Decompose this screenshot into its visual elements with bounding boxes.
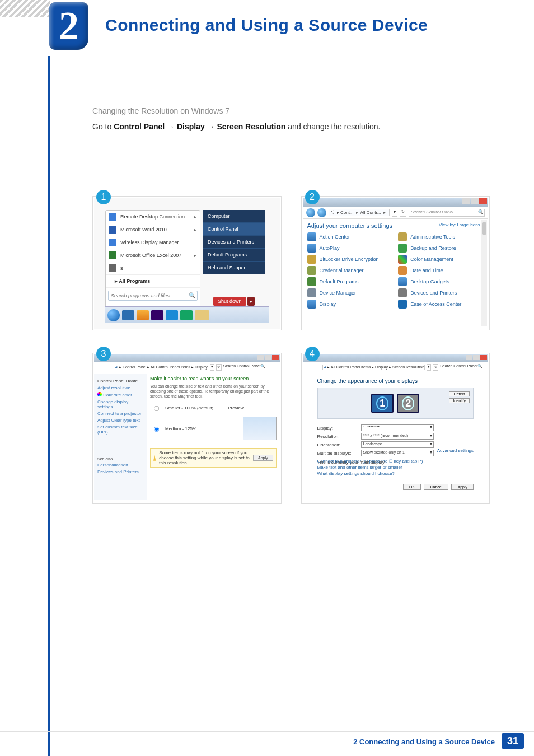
start-item-rdc[interactable]: Remote Desktop Connection▸ bbox=[106, 211, 200, 223]
view-by[interactable]: View by: Large icons ▾ bbox=[439, 222, 484, 229]
taskbar-item[interactable] bbox=[137, 310, 149, 320]
start-search-input[interactable] bbox=[108, 291, 198, 301]
cancel-button[interactable]: Cancel bbox=[424, 484, 448, 490]
refresh-icon[interactable]: ↻ bbox=[433, 364, 438, 371]
cp-item-autoplay[interactable]: AutoPlay bbox=[307, 244, 393, 253]
cp-item-admin-tools[interactable]: Administrative Tools bbox=[398, 232, 484, 241]
start-all-programs[interactable]: ▸ All Programs bbox=[106, 275, 200, 288]
dropdown-icon[interactable]: ▾ bbox=[210, 364, 214, 371]
taskbar-item[interactable] bbox=[122, 310, 134, 320]
taskbar-item[interactable] bbox=[166, 310, 178, 320]
close-icon[interactable] bbox=[272, 355, 279, 360]
nav-change-display[interactable]: Change display settings bbox=[97, 399, 144, 409]
chapter-title: Connecting and Using a Source Device bbox=[105, 16, 428, 35]
minimize-icon[interactable] bbox=[257, 355, 264, 360]
cp-item-device-manager[interactable]: Device Manager bbox=[307, 288, 393, 297]
search-input[interactable]: Search Control Panel🔍 bbox=[223, 364, 266, 371]
window-titlebar bbox=[303, 354, 489, 362]
nav-back-icon[interactable] bbox=[97, 364, 104, 371]
nav-fwd-icon[interactable] bbox=[105, 364, 112, 371]
cp-items-grid: Action Center Administrative Tools AutoP… bbox=[303, 232, 489, 312]
nav-fwd-icon[interactable] bbox=[317, 208, 326, 217]
link-projector[interactable]: Connect to a projector (or press the ⊞ k… bbox=[317, 459, 474, 464]
monitor-2[interactable]: 2 bbox=[397, 394, 419, 413]
start-item-excel[interactable]: Microsoft Office Excel 2007▸ bbox=[106, 249, 200, 262]
maximize-icon[interactable] bbox=[471, 198, 479, 204]
cp-item-color[interactable]: Color Management bbox=[398, 255, 484, 264]
nav-back-icon[interactable] bbox=[306, 208, 315, 217]
scrollbar-thumb[interactable] bbox=[482, 222, 486, 235]
resolution-select[interactable]: **** x **** (recommended) bbox=[361, 433, 434, 440]
scrollbar[interactable] bbox=[481, 220, 487, 326]
nav-adjust-res[interactable]: Adjust resolution bbox=[97, 385, 144, 390]
taskbar-item[interactable] bbox=[195, 310, 209, 320]
nav-projector[interactable]: Connect to a projector bbox=[97, 411, 144, 416]
dropdown-icon[interactable]: ▾ bbox=[392, 209, 397, 217]
nav-calibrate[interactable]: Calibrate color bbox=[97, 392, 144, 398]
breadcrumb[interactable]: 🛡 ▸ Cont... ▸ All Contr... ▸ bbox=[329, 209, 390, 216]
start-right-default-programs[interactable]: Default Programs bbox=[203, 249, 265, 262]
monitor-1[interactable]: 1 bbox=[371, 394, 394, 413]
nav-back-icon[interactable] bbox=[306, 364, 312, 371]
cp-item-display[interactable]: Display bbox=[307, 300, 393, 309]
nav-devices-printers[interactable]: Devices and Printers bbox=[97, 469, 144, 474]
start-item-sticky[interactable]: s bbox=[106, 262, 200, 275]
nav-fwd-icon[interactable] bbox=[314, 364, 321, 371]
detect-button[interactable]: Detect bbox=[449, 391, 470, 396]
breadcrumb[interactable]: 🖥 ▸ Control Panel ▸ All Control Panel It… bbox=[114, 365, 208, 370]
nav-personalization[interactable]: Personalization bbox=[97, 463, 144, 468]
link-what-settings[interactable]: What display settings should I choose? bbox=[317, 471, 474, 476]
cp-item-ease-of-access[interactable]: Ease of Access Center bbox=[398, 300, 484, 309]
apply-button[interactable]: Apply bbox=[253, 455, 273, 461]
cp-item-date-time[interactable]: Date and Time bbox=[398, 266, 484, 275]
shutdown-button[interactable]: Shut down ▸ bbox=[203, 297, 265, 306]
size-option-100[interactable]: Smaller - 100% (default) Preview bbox=[150, 403, 277, 412]
start-right-devices-printers[interactable]: Devices and Printers bbox=[203, 236, 265, 249]
search-input[interactable]: Search Control Panel🔍 bbox=[409, 209, 485, 217]
link-larger-smaller[interactable]: Make text and other items larger or smal… bbox=[317, 465, 474, 470]
start-right-control-panel[interactable]: Control Panel bbox=[203, 223, 265, 236]
orientation-label: Orientation: bbox=[317, 442, 357, 447]
ok-button[interactable]: OK bbox=[403, 484, 421, 490]
apply-button[interactable]: Apply bbox=[451, 484, 474, 490]
cp-item-gadgets[interactable]: Desktop Gadgets bbox=[398, 277, 484, 286]
start-item-word[interactable]: Microsoft Word 2010▸ bbox=[106, 223, 200, 236]
refresh-icon[interactable]: ↻ bbox=[400, 209, 406, 217]
radio-125[interactable] bbox=[154, 427, 159, 432]
breadcrumb[interactable]: 🖥 ▸ All Control Panel Items ▸ Display ▸ … bbox=[322, 365, 425, 370]
multiple-select[interactable]: Show desktop only on 1 bbox=[361, 450, 434, 456]
close-icon[interactable] bbox=[479, 198, 487, 204]
size-option-125[interactable]: Medium - 125% bbox=[150, 417, 277, 440]
maximize-icon[interactable] bbox=[473, 355, 480, 360]
maximize-icon[interactable] bbox=[265, 355, 271, 360]
cp-item-credential[interactable]: Credential Manager bbox=[307, 266, 393, 275]
minimize-icon[interactable] bbox=[466, 355, 472, 360]
step-number-3: 3 bbox=[96, 347, 111, 361]
start-orb-icon[interactable] bbox=[107, 309, 120, 321]
window-titlebar bbox=[303, 198, 489, 207]
identify-button[interactable]: Identify bbox=[449, 398, 470, 403]
cp-item-action-center[interactable]: Action Center bbox=[307, 232, 393, 241]
start-item-wdm[interactable]: Wireless Display Manager bbox=[106, 236, 200, 249]
cp-item-backup[interactable]: Backup and Restore bbox=[398, 244, 484, 253]
nav-cleartype[interactable]: Adjust ClearType text bbox=[97, 418, 144, 423]
close-icon[interactable] bbox=[480, 355, 487, 360]
taskbar-item[interactable] bbox=[151, 310, 163, 320]
search-input[interactable]: Search Control Panel🔍 bbox=[440, 364, 483, 371]
cp-item-devices-printers[interactable]: Devices and Printers bbox=[398, 288, 484, 297]
step-number-4: 4 bbox=[305, 347, 320, 361]
orientation-select[interactable]: Landscape bbox=[361, 441, 434, 448]
device-icon bbox=[307, 288, 316, 297]
cp-item-bitlocker[interactable]: BitLocker Drive Encryption bbox=[307, 255, 393, 264]
start-right-computer[interactable]: Computer bbox=[203, 210, 265, 223]
dropdown-icon[interactable]: ▾ bbox=[427, 364, 431, 371]
nav-custom-dpi[interactable]: Set custom text size (DPI) bbox=[97, 424, 144, 435]
start-right-help-support[interactable]: Help and Support bbox=[203, 262, 265, 274]
cp-item-default-programs[interactable]: Default Programs bbox=[307, 277, 393, 286]
minimize-icon[interactable] bbox=[462, 198, 470, 204]
nav-home[interactable]: Control Panel Home bbox=[97, 379, 144, 384]
display-select[interactable]: 1. ******** bbox=[361, 424, 434, 431]
taskbar-item[interactable] bbox=[180, 310, 193, 320]
refresh-icon[interactable]: ↻ bbox=[216, 364, 222, 371]
radio-100[interactable] bbox=[154, 406, 159, 411]
